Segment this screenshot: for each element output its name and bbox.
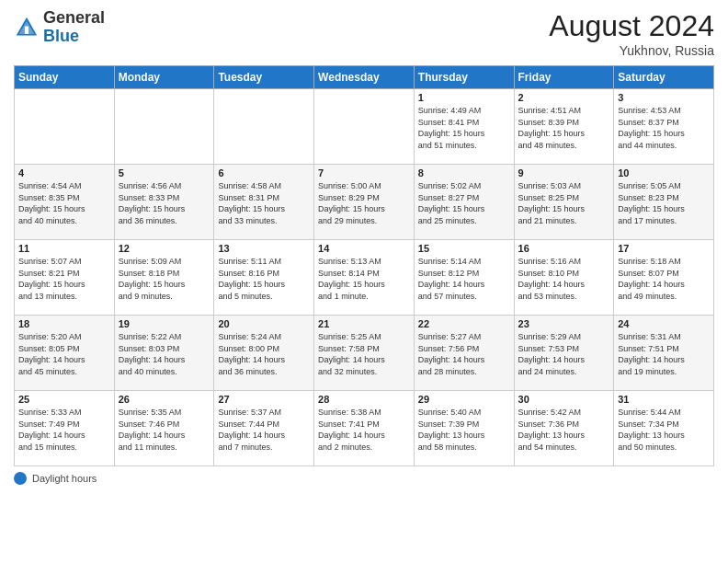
logo-icon [14,15,40,40]
day-number: 19 [119,318,210,329]
day-info: Sunrise: 5:40 AM Sunset: 7:39 PM Dayligh… [418,407,510,453]
day-info: Sunrise: 5:18 AM Sunset: 8:07 PM Dayligh… [618,256,710,302]
day-number: 14 [318,243,410,254]
day-info: Sunrise: 5:27 AM Sunset: 7:56 PM Dayligh… [418,331,510,377]
month-year: August 2024 [549,9,714,43]
calendar-cell: 9Sunrise: 5:03 AM Sunset: 8:25 PM Daylig… [514,165,614,240]
calendar-cell: 14Sunrise: 5:13 AM Sunset: 8:14 PM Dayli… [314,240,415,316]
logo: General Blue [14,9,105,46]
calendar-day-header: Monday [114,66,214,89]
day-info: Sunrise: 5:16 AM Sunset: 8:10 PM Dayligh… [518,256,610,302]
day-info: Sunrise: 4:49 AM Sunset: 8:41 PM Dayligh… [418,105,510,151]
svg-rect-2 [25,26,28,33]
day-info: Sunrise: 5:31 AM Sunset: 7:51 PM Dayligh… [618,331,710,377]
calendar-cell: 13Sunrise: 5:11 AM Sunset: 8:16 PM Dayli… [214,240,314,316]
day-info: Sunrise: 5:00 AM Sunset: 8:29 PM Dayligh… [318,180,410,226]
calendar-cell: 20Sunrise: 5:24 AM Sunset: 8:00 PM Dayli… [214,316,314,391]
calendar-week-row: 4Sunrise: 4:54 AM Sunset: 8:35 PM Daylig… [15,165,714,240]
day-number: 3 [618,92,710,103]
calendar-cell: 1Sunrise: 4:49 AM Sunset: 8:41 PM Daylig… [414,89,514,165]
calendar-cell: 5Sunrise: 4:56 AM Sunset: 8:33 PM Daylig… [114,165,214,240]
day-info: Sunrise: 4:53 AM Sunset: 8:37 PM Dayligh… [618,105,710,151]
calendar-cell: 25Sunrise: 5:33 AM Sunset: 7:49 PM Dayli… [15,391,115,466]
day-number: 25 [18,394,110,405]
day-number: 21 [318,318,410,329]
calendar-cell: 15Sunrise: 5:14 AM Sunset: 8:12 PM Dayli… [414,240,514,316]
calendar-cell: 21Sunrise: 5:25 AM Sunset: 7:58 PM Dayli… [314,316,415,391]
title-block: August 2024 Yukhnov, Russia [549,9,714,58]
calendar-day-header: Friday [514,66,614,89]
calendar-cell [314,89,415,165]
day-info: Sunrise: 4:54 AM Sunset: 8:35 PM Dayligh… [18,180,110,226]
logo-text: General Blue [43,9,105,46]
day-info: Sunrise: 5:37 AM Sunset: 7:44 PM Dayligh… [218,407,310,453]
calendar-cell: 19Sunrise: 5:22 AM Sunset: 8:03 PM Dayli… [114,316,214,391]
day-info: Sunrise: 5:25 AM Sunset: 7:58 PM Dayligh… [318,331,410,377]
footer-label: Daylight hours [32,473,97,484]
calendar-cell: 17Sunrise: 5:18 AM Sunset: 8:07 PM Dayli… [614,240,714,316]
day-info: Sunrise: 5:33 AM Sunset: 7:49 PM Dayligh… [18,407,110,453]
day-info: Sunrise: 5:13 AM Sunset: 8:14 PM Dayligh… [318,256,410,302]
day-number: 2 [518,92,610,103]
calendar-cell: 22Sunrise: 5:27 AM Sunset: 7:56 PM Dayli… [414,316,514,391]
calendar-day-header: Thursday [414,66,514,89]
day-number: 20 [218,318,310,329]
calendar: SundayMondayTuesdayWednesdayThursdayFrid… [14,65,714,466]
calendar-cell: 16Sunrise: 5:16 AM Sunset: 8:10 PM Dayli… [514,240,614,316]
day-info: Sunrise: 5:20 AM Sunset: 8:05 PM Dayligh… [18,331,110,377]
footer: Daylight hours [14,472,714,485]
calendar-week-row: 18Sunrise: 5:20 AM Sunset: 8:05 PM Dayli… [15,316,714,391]
calendar-cell: 4Sunrise: 4:54 AM Sunset: 8:35 PM Daylig… [15,165,115,240]
day-number: 28 [318,394,410,405]
day-info: Sunrise: 5:09 AM Sunset: 8:18 PM Dayligh… [119,256,210,302]
calendar-cell: 29Sunrise: 5:40 AM Sunset: 7:39 PM Dayli… [414,391,514,466]
calendar-cell: 10Sunrise: 5:05 AM Sunset: 8:23 PM Dayli… [614,165,714,240]
header: General Blue August 2024 Yukhnov, Russia [14,9,714,58]
day-info: Sunrise: 5:22 AM Sunset: 8:03 PM Dayligh… [119,331,210,377]
day-info: Sunrise: 5:24 AM Sunset: 8:00 PM Dayligh… [218,331,310,377]
footer-dot [14,472,27,485]
day-number: 22 [418,318,510,329]
calendar-day-header: Tuesday [214,66,314,89]
day-number: 6 [218,167,310,178]
day-number: 23 [518,318,610,329]
day-info: Sunrise: 4:56 AM Sunset: 8:33 PM Dayligh… [119,180,210,226]
day-number: 4 [18,167,110,178]
day-number: 30 [518,394,610,405]
day-info: Sunrise: 5:11 AM Sunset: 8:16 PM Dayligh… [218,256,310,302]
calendar-cell: 2Sunrise: 4:51 AM Sunset: 8:39 PM Daylig… [514,89,614,165]
day-number: 8 [418,167,510,178]
calendar-cell: 26Sunrise: 5:35 AM Sunset: 7:46 PM Dayli… [114,391,214,466]
calendar-cell: 28Sunrise: 5:38 AM Sunset: 7:41 PM Dayli… [314,391,415,466]
calendar-cell: 8Sunrise: 5:02 AM Sunset: 8:27 PM Daylig… [414,165,514,240]
calendar-week-row: 1Sunrise: 4:49 AM Sunset: 8:41 PM Daylig… [15,89,714,165]
day-number: 5 [119,167,210,178]
calendar-cell: 11Sunrise: 5:07 AM Sunset: 8:21 PM Dayli… [15,240,115,316]
location: Yukhnov, Russia [549,43,714,58]
calendar-cell: 27Sunrise: 5:37 AM Sunset: 7:44 PM Dayli… [214,391,314,466]
calendar-day-header: Sunday [15,66,115,89]
day-number: 17 [618,243,710,254]
calendar-cell [114,89,214,165]
calendar-cell: 18Sunrise: 5:20 AM Sunset: 8:05 PM Dayli… [15,316,115,391]
day-number: 1 [418,92,510,103]
day-number: 13 [218,243,310,254]
calendar-cell: 12Sunrise: 5:09 AM Sunset: 8:18 PM Dayli… [114,240,214,316]
day-info: Sunrise: 5:14 AM Sunset: 8:12 PM Dayligh… [418,256,510,302]
calendar-cell: 30Sunrise: 5:42 AM Sunset: 7:36 PM Dayli… [514,391,614,466]
calendar-cell [15,89,115,165]
calendar-header-row: SundayMondayTuesdayWednesdayThursdayFrid… [15,66,714,89]
day-number: 16 [518,243,610,254]
calendar-cell: 24Sunrise: 5:31 AM Sunset: 7:51 PM Dayli… [614,316,714,391]
day-number: 24 [618,318,710,329]
day-info: Sunrise: 5:29 AM Sunset: 7:53 PM Dayligh… [518,331,610,377]
day-info: Sunrise: 5:35 AM Sunset: 7:46 PM Dayligh… [119,407,210,453]
logo-general-text: General [43,8,105,27]
day-info: Sunrise: 5:02 AM Sunset: 8:27 PM Dayligh… [418,180,510,226]
day-number: 18 [18,318,110,329]
calendar-week-row: 11Sunrise: 5:07 AM Sunset: 8:21 PM Dayli… [15,240,714,316]
day-number: 15 [418,243,510,254]
calendar-day-header: Wednesday [314,66,415,89]
day-info: Sunrise: 4:58 AM Sunset: 8:31 PM Dayligh… [218,180,310,226]
day-info: Sunrise: 5:07 AM Sunset: 8:21 PM Dayligh… [18,256,110,302]
